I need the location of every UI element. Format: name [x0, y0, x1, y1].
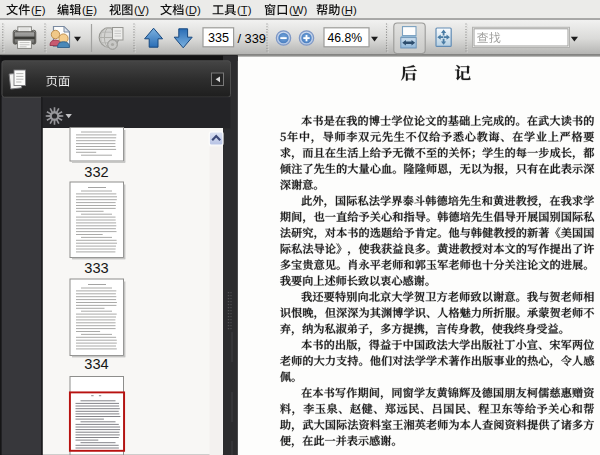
svg-text:332: 332: [84, 164, 108, 180]
svg-text:333: 333: [84, 260, 108, 276]
svg-text:(T): (T): [237, 4, 252, 16]
svg-text:335: 335: [208, 31, 229, 45]
svg-text:(H): (H): [341, 4, 357, 16]
svg-text:(F): (F): [31, 4, 46, 16]
svg-text:46.8%: 46.8%: [328, 31, 363, 45]
svg-text:334: 334: [84, 356, 108, 372]
svg-text:(E): (E): [82, 4, 97, 16]
svg-text:/ 339: / 339: [238, 31, 266, 46]
svg-text:(D): (D): [185, 4, 201, 16]
svg-text:(W): (W): [289, 4, 308, 16]
svg-text:(V): (V): [134, 4, 149, 16]
